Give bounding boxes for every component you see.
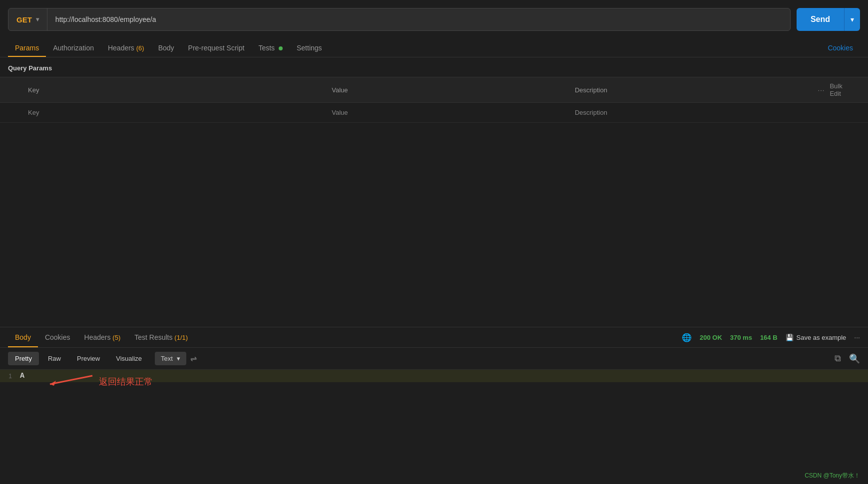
response-tab-testresults[interactable]: Test Results (1/1) bbox=[127, 327, 195, 347]
response-tab-headers[interactable]: Headers (5) bbox=[77, 327, 128, 347]
dots-icon: ··· bbox=[818, 86, 825, 94]
text-format-dropdown[interactable]: Text ▾ bbox=[155, 352, 186, 365]
text-format-label: Text bbox=[161, 355, 173, 362]
response-status-bar: 🌐 200 OK 370 ms 164 B 💾 Save as example … bbox=[682, 333, 860, 342]
format-visualize-button[interactable]: Visualize bbox=[109, 352, 149, 365]
copy-button[interactable]: ⧉ bbox=[835, 353, 841, 364]
method-label: GET bbox=[16, 15, 32, 24]
save-icon: 💾 bbox=[786, 334, 794, 341]
text-dropdown-chevron: ▾ bbox=[177, 355, 180, 362]
method-selector[interactable]: GET ▾ bbox=[8, 8, 47, 30]
desc-cell[interactable]: Description bbox=[567, 103, 810, 123]
url-bar: GET ▾ Send ▾ bbox=[0, 0, 868, 39]
response-section: Body Cookies Headers (5) Test Results (1… bbox=[0, 327, 868, 382]
request-tabs-bar: Params Authorization Headers (6) Body Pr… bbox=[0, 39, 868, 57]
key-col-header: Key bbox=[20, 77, 324, 103]
checkbox-col-header bbox=[0, 77, 20, 103]
tab-authorization[interactable]: Authorization bbox=[46, 39, 101, 57]
tab-body[interactable]: Body bbox=[151, 39, 181, 57]
tab-prerequest[interactable]: Pre-request Script bbox=[181, 39, 252, 57]
status-code: 200 OK bbox=[700, 334, 722, 341]
format-pretty-button[interactable]: Pretty bbox=[8, 352, 39, 365]
letter-a: A bbox=[20, 372, 24, 380]
tab-headers[interactable]: Headers (6) bbox=[101, 39, 151, 57]
table-row: Key Value Description bbox=[0, 103, 868, 123]
method-chevron-icon: ▾ bbox=[36, 16, 39, 23]
response-tab-cookies[interactable]: Cookies bbox=[38, 327, 77, 347]
desc-col-header: Description bbox=[567, 77, 810, 103]
url-input-wrapper: GET ▾ bbox=[8, 8, 791, 31]
code-line-1: 1 A bbox=[0, 370, 868, 382]
bulk-col-header: ··· Bulk Edit bbox=[810, 77, 868, 103]
line-content-1: A bbox=[20, 372, 24, 380]
format-preview-button[interactable]: Preview bbox=[70, 352, 107, 365]
query-params-section: Query Params Key Value Description ··· B… bbox=[0, 57, 868, 327]
format-bar: Pretty Raw Preview Visualize Text ▾ ⇌ ⧉ … bbox=[0, 348, 868, 370]
footer-credit: CSDN @Tony带水！ bbox=[805, 472, 860, 480]
params-table: Key Value Description ··· Bulk Edit Key … bbox=[0, 77, 868, 123]
value-cell[interactable]: Value bbox=[324, 103, 567, 123]
query-params-title: Query Params bbox=[0, 57, 868, 77]
tab-cookies[interactable]: Cookies bbox=[821, 39, 860, 57]
response-tabs-bar: Body Cookies Headers (5) Test Results (1… bbox=[0, 327, 868, 348]
code-area: 1 A 返回结果正常 bbox=[0, 370, 868, 382]
status-time: 370 ms bbox=[730, 334, 752, 341]
url-input[interactable] bbox=[47, 15, 790, 23]
send-button[interactable]: Send bbox=[797, 8, 844, 31]
status-size: 164 B bbox=[760, 334, 778, 341]
tests-dot bbox=[279, 46, 283, 50]
format-raw-button[interactable]: Raw bbox=[41, 352, 68, 365]
save-example-button[interactable]: 💾 Save as example bbox=[786, 334, 847, 341]
row-checkbox[interactable] bbox=[0, 103, 20, 123]
key-cell[interactable]: Key bbox=[20, 103, 324, 123]
send-button-wrapper: Send ▾ bbox=[797, 8, 860, 31]
send-dropdown-button[interactable]: ▾ bbox=[844, 8, 860, 31]
response-more-icon[interactable]: ··· bbox=[854, 333, 860, 341]
wrap-icon[interactable]: ⇌ bbox=[190, 354, 197, 363]
line-number-1: 1 bbox=[0, 373, 20, 380]
tab-settings[interactable]: Settings bbox=[290, 39, 329, 57]
value-col-header: Value bbox=[324, 77, 567, 103]
search-button[interactable]: 🔍 bbox=[849, 353, 860, 364]
response-tab-body[interactable]: Body bbox=[8, 327, 38, 347]
globe-icon: 🌐 bbox=[682, 333, 692, 342]
row-actions bbox=[810, 103, 868, 123]
tab-tests[interactable]: Tests bbox=[251, 39, 290, 57]
tab-params[interactable]: Params bbox=[8, 39, 46, 57]
